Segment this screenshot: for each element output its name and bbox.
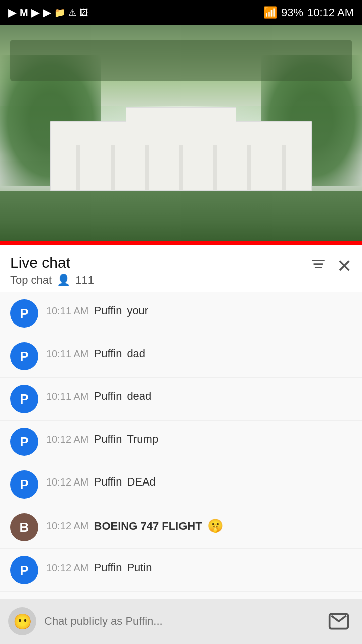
- icon-play3: ▶: [43, 6, 51, 19]
- wifi-icon: 📶: [263, 6, 277, 19]
- message-text: your: [127, 304, 148, 317]
- message-content: 10:12 AM Puffin Putin: [46, 556, 152, 574]
- message-time: 10:11 AM: [46, 391, 89, 403]
- avatar: P: [10, 556, 38, 584]
- message-content: 10:12 AM Puffin DEAd: [46, 470, 156, 489]
- message-text: dead: [127, 390, 151, 403]
- icon-image: 🖼: [79, 8, 88, 18]
- message-content: 10:12 AM Puffin Trump: [46, 428, 158, 446]
- message-time: 10:11 AM: [46, 305, 89, 317]
- live-chat-title: Live chat: [10, 254, 94, 272]
- message-text: DEAd: [127, 475, 155, 489]
- icon-alert: ⚠: [68, 7, 76, 18]
- message-user: Puffin: [94, 390, 122, 403]
- list-item: P 10:11 AM Puffin dad: [0, 335, 362, 378]
- chat-input[interactable]: [44, 607, 316, 635]
- viewer-count: 111: [75, 274, 94, 287]
- chat-header-left: Live chat Top chat 👤 111: [10, 254, 94, 287]
- list-item: P 10:12 AM Puffin DEAd: [0, 463, 362, 506]
- message-user: Puffin: [94, 304, 122, 317]
- close-button[interactable]: ✕: [337, 256, 352, 277]
- message-user: Puffin: [94, 433, 122, 446]
- message-user: Puffin: [94, 347, 122, 360]
- svg-rect-0: [312, 260, 325, 261]
- chat-input-bar: 😶: [0, 599, 362, 644]
- top-chat-label[interactable]: Top chat: [10, 274, 52, 287]
- icon-m: M: [20, 7, 28, 19]
- avatar: P: [10, 385, 38, 413]
- time-display: 10:12 AM: [307, 6, 354, 19]
- emoji-icon: 😶: [13, 613, 32, 630]
- viewer-icon: 👤: [57, 274, 70, 287]
- message-time: 10:12 AM: [46, 520, 89, 532]
- filter-button[interactable]: [310, 256, 327, 277]
- message-content: 10:11 AM Puffin your: [46, 299, 148, 317]
- status-bar: ▶ M ▶ ▶ 📁 ⚠ 🖼 📶 93% 10:12 AM: [0, 0, 362, 25]
- emoji-button[interactable]: 😶: [8, 607, 36, 635]
- svg-rect-2: [315, 267, 322, 268]
- list-item: B 10:12 AM BOEING 747 FLIGHT 🤫: [0, 506, 362, 549]
- message-user: Puffin: [94, 561, 122, 574]
- avatar: P: [10, 342, 38, 370]
- message-time: 10:12 AM: [46, 434, 89, 445]
- list-item: P 10:11 AM Puffin your: [0, 292, 362, 335]
- svg-rect-1: [313, 263, 323, 265]
- icon-folder: 📁: [54, 7, 65, 18]
- message-user: Puffin: [94, 475, 122, 489]
- notification-icons: ▶ M ▶ ▶ 📁 ⚠ 🖼: [8, 6, 88, 19]
- video-player[interactable]: [0, 25, 362, 242]
- battery-text: 93%: [281, 6, 303, 19]
- send-button[interactable]: [324, 607, 354, 635]
- status-right-icons: 📶 93% 10:12 AM: [263, 6, 354, 19]
- message-content: 10:12 AM BOEING 747 FLIGHT 🤫: [46, 513, 223, 534]
- message-content: 10:11 AM Puffin dead: [46, 385, 151, 403]
- icon-play1: ▶: [8, 6, 17, 19]
- avatar: B: [10, 513, 38, 541]
- message-text: Putin: [127, 561, 152, 574]
- message-text: Trump: [127, 433, 158, 446]
- message-user: BOEING 747 FLIGHT: [94, 520, 202, 533]
- message-text: dad: [127, 347, 145, 360]
- list-item: P 10:11 AM Puffin dead: [0, 378, 362, 421]
- icon-play2: ▶: [31, 6, 40, 19]
- chat-header-actions: ✕: [310, 254, 352, 277]
- chat-header: Live chat Top chat 👤 111 ✕: [0, 245, 362, 292]
- message-time: 10:12 AM: [46, 476, 89, 488]
- list-item: P 10:12 AM Puffin Trump: [0, 421, 362, 463]
- message-emoji: 🤫: [207, 518, 223, 534]
- message-time: 10:11 AM: [46, 348, 89, 360]
- chat-subtitle: Top chat 👤 111: [10, 274, 94, 287]
- chat-messages-list: P 10:11 AM Puffin your P 10:11 AM Puffin…: [0, 292, 362, 634]
- message-content: 10:11 AM Puffin dad: [46, 342, 145, 360]
- list-item: P 10:12 AM Puffin Putin: [0, 549, 362, 592]
- avatar: P: [10, 299, 38, 328]
- message-time: 10:12 AM: [46, 562, 89, 574]
- avatar: P: [10, 428, 38, 456]
- avatar: P: [10, 470, 38, 499]
